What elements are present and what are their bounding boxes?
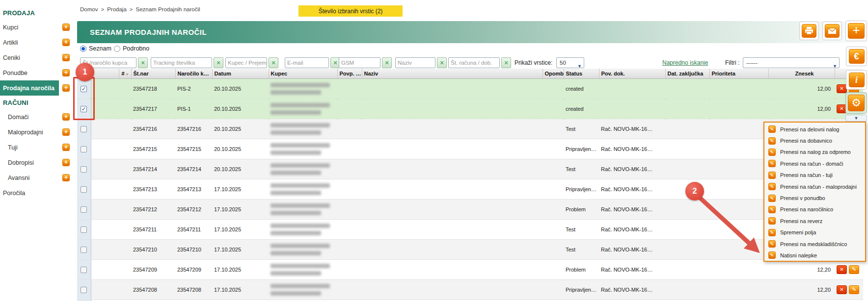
menu-item-prenesi-na-reverz[interactable]: ✎Prenesi na reverz bbox=[764, 215, 865, 226]
sidebar-item-tuji[interactable]: Tuji+ bbox=[0, 140, 77, 155]
sidebar-item-maloprodajni[interactable]: Maloprodajni+ bbox=[0, 125, 77, 140]
menu-item-natisni-nalepke[interactable]: ✎Natisni nalepke bbox=[764, 250, 865, 261]
filter-input-6[interactable]: Naziv bbox=[395, 57, 435, 68]
column-header-naroc[interactable]: Naročilo k… bbox=[175, 69, 212, 79]
menu-item-prenesi-v-ponudbo[interactable]: ✎Prenesi v ponudbo bbox=[764, 192, 865, 203]
add-icon[interactable]: + bbox=[62, 128, 70, 136]
print-button[interactable] bbox=[799, 22, 819, 40]
add-icon[interactable]: + bbox=[62, 159, 70, 166]
column-header-kupec[interactable]: Kupec bbox=[269, 69, 337, 79]
sidebar-item-avansni[interactable]: Avansni+ bbox=[0, 170, 77, 185]
sidebar-item-prodajna-naro-ila[interactable]: Prodajna naročila+ bbox=[0, 80, 77, 96]
menu-item-prenesi-na-naro-ilnico[interactable]: ✎Prenesi na naročilnico bbox=[764, 204, 865, 215]
delete-row-button[interactable]: ✕ bbox=[837, 265, 847, 274]
add-icon[interactable]: + bbox=[62, 174, 70, 181]
clear-filter-icon[interactable]: ✕ bbox=[501, 57, 511, 68]
column-header-naziv[interactable]: Naziv bbox=[362, 69, 542, 79]
menu-item-prenesi-na-ra-un-maloprodajni[interactable]: ✎Prenesi na račun - maloprodajni bbox=[764, 181, 865, 192]
table-row[interactable]: 235472102354721017.10.2025TestRač. NOVO-… bbox=[77, 240, 863, 260]
filter-input-2[interactable]: Tracking številka bbox=[151, 57, 212, 68]
table-row[interactable]: ✓23547218PIS-220.10.2025created12,00✕✎ bbox=[77, 79, 863, 99]
email-button[interactable] bbox=[822, 22, 842, 40]
sidebar-item-doma-i[interactable]: Domači+ bbox=[0, 109, 77, 125]
row-checkbox[interactable] bbox=[81, 146, 87, 152]
table-row[interactable]: 235472152354721520.10.2025Pripravljen…Ra… bbox=[77, 139, 863, 159]
row-checkbox[interactable] bbox=[81, 247, 87, 253]
cell-actions: ✕✎ bbox=[835, 280, 863, 300]
filter-input-4[interactable]: E-mail bbox=[285, 57, 329, 68]
currency-button[interactable]: € bbox=[846, 47, 867, 66]
add-icon[interactable]: + bbox=[62, 84, 70, 92]
row-checkbox[interactable] bbox=[81, 186, 87, 193]
menu-item-spremeni-polja[interactable]: ✎Spremeni polja bbox=[764, 227, 865, 238]
table-row[interactable]: 235472162354721620.10.2025TestRač. NOVO-… bbox=[77, 119, 863, 139]
column-header-znesek[interactable]: Znesek bbox=[768, 69, 835, 79]
add-icon[interactable]: + bbox=[62, 54, 70, 61]
edit-row-button[interactable]: ✎ bbox=[849, 285, 859, 294]
delete-row-button[interactable]: ✕ bbox=[837, 84, 847, 93]
more-actions-button[interactable]: ▼ bbox=[845, 115, 867, 122]
add-icon[interactable]: + bbox=[62, 24, 70, 31]
filter-input-5[interactable]: GSM bbox=[339, 57, 380, 68]
row-checkbox[interactable] bbox=[81, 267, 87, 273]
row-checkbox[interactable] bbox=[81, 206, 87, 213]
table-row[interactable]: 235472112354721117.10.2025TestRač. NOVO-… bbox=[77, 220, 863, 240]
column-header-num[interactable]: #▼ bbox=[119, 69, 131, 79]
clear-filter-icon[interactable]: ✕ bbox=[437, 57, 447, 68]
row-checkbox[interactable] bbox=[81, 287, 87, 293]
row-checkbox[interactable] bbox=[81, 166, 87, 173]
info-button[interactable]: i bbox=[846, 70, 867, 90]
clear-filter-icon[interactable]: ✕ bbox=[138, 57, 148, 68]
cell-status: Test bbox=[564, 220, 599, 240]
menu-item-prenesi-na-dobavnico[interactable]: ✎Prenesi na dobavnico bbox=[764, 135, 865, 146]
rows-per-page-select[interactable]: 50 ▼ bbox=[556, 57, 584, 68]
column-header-opomba[interactable]: Opomba bbox=[542, 69, 564, 79]
add-icon[interactable]: + bbox=[62, 144, 70, 151]
column-header-status[interactable]: Status bbox=[564, 69, 599, 79]
table-row[interactable]: 235472122354721217.10.2025ProblemRač. NO… bbox=[77, 200, 863, 220]
edit-row-button[interactable]: ✎ bbox=[849, 265, 859, 274]
advanced-search-link[interactable]: Napredno iskanje bbox=[662, 59, 708, 66]
settings-button[interactable]: ⚙ bbox=[845, 92, 867, 114]
filter-input-3[interactable]: Kupec / Prejem bbox=[225, 57, 267, 68]
breadcrumb-item[interactable]: Prodaja bbox=[107, 6, 127, 12]
column-header-prior[interactable]: Prioriteta bbox=[709, 69, 768, 79]
add-icon[interactable]: + bbox=[62, 39, 70, 46]
add-icon[interactable]: + bbox=[62, 69, 70, 76]
menu-item-prenesi-na-ra-un-doma-i[interactable]: ✎Prenesi na račun - domači bbox=[764, 158, 865, 169]
menu-item-prenesi-na-ra-un-tuji[interactable]: ✎Prenesi na račun - tuji bbox=[764, 170, 865, 181]
column-header-povp[interactable]: Povp. … bbox=[337, 69, 362, 79]
filter-input-7[interactable]: Št. računa / dob. bbox=[448, 57, 500, 68]
table-row[interactable]: ✓23547217PIS-120.10.2025created12,00✕✎ bbox=[77, 99, 863, 119]
view-radio-seznam[interactable]: Seznam bbox=[80, 45, 111, 52]
filters-select[interactable]: ------ ▼ bbox=[743, 57, 840, 68]
sort-icon[interactable]: ▼ bbox=[126, 73, 129, 76]
sidebar-item-ponudbe[interactable]: Ponudbe+ bbox=[0, 65, 77, 80]
row-checkbox[interactable] bbox=[81, 226, 87, 233]
clear-filter-icon[interactable]: ✕ bbox=[382, 57, 392, 68]
clear-filter-icon[interactable]: ✕ bbox=[214, 57, 223, 68]
menu-item-prenesi-na-nalog-za-odpremo[interactable]: ✎Prenesi na nalog za odpremo bbox=[764, 147, 865, 158]
add-icon[interactable]: + bbox=[62, 113, 70, 121]
row-checkbox[interactable] bbox=[81, 126, 87, 132]
sidebar-item-dobropisi[interactable]: Dobropisi+ bbox=[0, 155, 77, 170]
breadcrumb-item[interactable]: Domov bbox=[80, 6, 98, 12]
sidebar-item-ceniki[interactable]: Ceniki+ bbox=[0, 50, 77, 65]
table-row[interactable]: 235472142354721420.10.2025TestRač. NOVO-… bbox=[77, 159, 863, 179]
table-row[interactable]: 235472132354721317.10.2025Pripravljen…Ra… bbox=[77, 179, 863, 200]
view-radio-podrobno[interactable]: Podrobno bbox=[114, 45, 149, 52]
column-header-povdok[interactable]: Pov. dok. bbox=[599, 69, 665, 79]
column-header-datzak[interactable]: Dat. zaključka bbox=[665, 69, 709, 79]
delete-row-button[interactable]: ✕ bbox=[837, 285, 847, 294]
sidebar-item-poro-ila[interactable]: Poročila bbox=[0, 185, 77, 201]
add-button[interactable]: + bbox=[845, 21, 867, 41]
column-header-stnar[interactable]: Št.nar bbox=[131, 69, 175, 79]
clear-filter-icon[interactable]: ✕ bbox=[269, 57, 278, 68]
sidebar-item-kupci[interactable]: Kupci+ bbox=[0, 20, 77, 35]
menu-item-prenesi-na-delovni-nalog[interactable]: ✎Prenesi na delovni nalog bbox=[764, 124, 865, 135]
sidebar-item-artikli[interactable]: Artikli+ bbox=[0, 35, 77, 50]
table-row[interactable]: 235472082354720817.10.2025Pripravljen…Ra… bbox=[77, 280, 863, 300]
table-row[interactable]: 235472092354720917.10.2025ProblemRač. NO… bbox=[77, 260, 863, 280]
menu-item-prenesi-na-medskladi-nico[interactable]: ✎Prenesi na medskladiščnico bbox=[764, 238, 865, 250]
column-header-datum[interactable]: Datum bbox=[212, 69, 269, 79]
